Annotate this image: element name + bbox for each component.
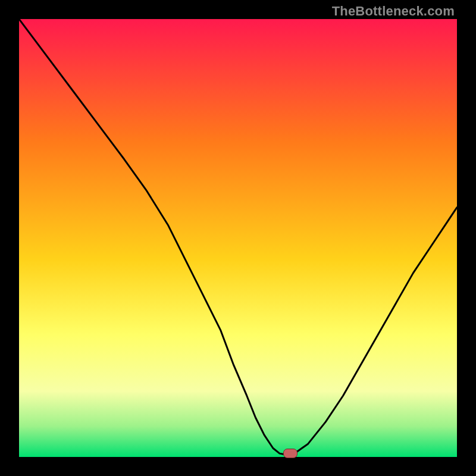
- plot-area: [19, 19, 457, 457]
- watermark-text: TheBottleneck.com: [332, 4, 455, 19]
- optimal-point-marker: [283, 449, 298, 458]
- chart-frame: TheBottleneck.com: [0, 0, 476, 476]
- bottleneck-curve: [19, 19, 457, 457]
